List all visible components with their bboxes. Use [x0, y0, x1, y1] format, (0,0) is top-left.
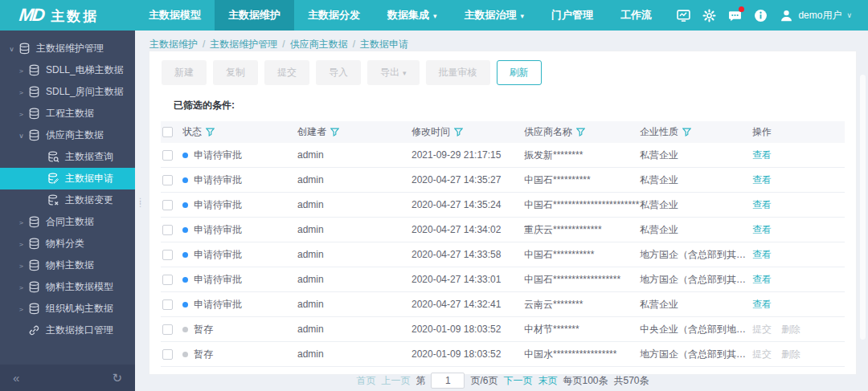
- view-action-link[interactable]: 查看: [752, 298, 772, 312]
- prev-page-link[interactable]: 上一页: [381, 374, 410, 388]
- view-action-link[interactable]: 查看: [752, 198, 772, 212]
- export-button[interactable]: 导出▾: [367, 60, 420, 85]
- scrollbar[interactable]: [860, 75, 866, 340]
- submit-action-link[interactable]: 提交: [752, 348, 772, 361]
- chevron-right-icon[interactable]: >: [16, 240, 27, 247]
- breadcrumb-item[interactable]: 主数据维护管理: [210, 39, 277, 50]
- refresh-tree-icon[interactable]: ↻: [112, 371, 122, 385]
- chevron-right-icon[interactable]: >: [16, 262, 27, 269]
- enterprise-type-cell: 私营企业: [640, 198, 752, 212]
- nav-item-maintenance[interactable]: 主数据维护: [215, 0, 294, 31]
- enterprise-type-cell: 私营企业: [640, 298, 752, 312]
- sidebar-item-md-apply[interactable]: 主数据申请: [0, 168, 135, 189]
- filter-icon[interactable]: [682, 128, 691, 136]
- sidebar-item-label: 主数据查询: [65, 150, 113, 164]
- logo-title: 主数据: [51, 7, 99, 26]
- sidebar-item-engineering[interactable]: >工程主数据: [0, 103, 135, 124]
- view-action-link[interactable]: 查看: [752, 223, 772, 237]
- submit-button[interactable]: 提交: [264, 60, 309, 85]
- new-button[interactable]: 新建: [162, 60, 207, 85]
- last-page-link[interactable]: 末页: [538, 374, 557, 388]
- breadcrumb-item[interactable]: 主数据维护: [149, 39, 198, 50]
- filter-icon[interactable]: [330, 128, 339, 136]
- sidebar-item-organization[interactable]: >组织机构主数据: [0, 298, 135, 320]
- sidebar-item-sdll-room[interactable]: >SDLL_房间主数据: [0, 81, 135, 103]
- nav-item-portal[interactable]: 门户管理: [538, 0, 607, 31]
- row-checkbox[interactable]: [162, 175, 173, 185]
- refresh-button[interactable]: 刷新: [497, 60, 542, 85]
- status-dot: [182, 227, 188, 233]
- actions-cell: 提交删除: [752, 323, 845, 336]
- filter-icon[interactable]: [454, 128, 463, 136]
- column-enterprise-type: 企业性质: [640, 125, 752, 139]
- view-action-link[interactable]: 查看: [752, 173, 772, 187]
- view-action-link[interactable]: 查看: [752, 248, 772, 262]
- info-icon[interactable]: [754, 9, 768, 22]
- status-cell: 申请待审批: [182, 298, 297, 312]
- nav-item-integration[interactable]: 数据集成▾: [374, 0, 451, 31]
- sidebar-item-material[interactable]: >物料主数据: [0, 255, 135, 276]
- chevron-right-icon[interactable]: >: [16, 218, 27, 226]
- message-icon[interactable]: [728, 9, 742, 22]
- filter-icon[interactable]: [576, 128, 585, 136]
- row-checkbox[interactable]: [162, 225, 173, 235]
- breadcrumb-item[interactable]: 供应商主数据: [290, 39, 348, 50]
- row-checkbox[interactable]: [162, 324, 173, 335]
- chevron-right-icon[interactable]: >: [16, 110, 27, 117]
- nav-item-model[interactable]: 主数据模型: [135, 0, 215, 31]
- gear-icon[interactable]: [702, 9, 716, 22]
- supplier-name-cell: 中国水*****************: [524, 348, 640, 361]
- sidebar-item-interface-mgmt[interactable]: 主数据接口管理: [0, 320, 135, 341]
- actions-cell: 查看: [752, 149, 845, 162]
- row-checkbox[interactable]: [162, 275, 173, 285]
- nav-item-governance[interactable]: 主数据治理▾: [451, 0, 538, 31]
- status-cell: 暂存: [182, 348, 297, 361]
- page-number-input[interactable]: [431, 373, 465, 389]
- delete-action-link[interactable]: 删除: [781, 323, 800, 336]
- next-page-link[interactable]: 下一页: [503, 374, 532, 388]
- copy-button[interactable]: 复制: [213, 60, 258, 85]
- chevron-right-icon[interactable]: >: [16, 67, 27, 74]
- view-action-link[interactable]: 查看: [752, 149, 772, 162]
- sidebar-item-contract[interactable]: >合同主数据: [0, 211, 135, 233]
- batch-audit-button[interactable]: 批量审核: [426, 60, 490, 85]
- status-text: 申请待审批: [194, 273, 242, 287]
- chevron-right-icon[interactable]: >: [16, 305, 27, 312]
- nav-item-distribution[interactable]: 主数据分发: [294, 0, 374, 31]
- filter-icon[interactable]: [206, 128, 215, 136]
- sidebar-item-maintenance-mgmt[interactable]: ∨主数据维护管理: [0, 38, 135, 59]
- delete-action-link[interactable]: 删除: [781, 348, 800, 361]
- nav-item-workflow[interactable]: 工作流: [607, 0, 665, 31]
- view-action-link[interactable]: 查看: [752, 273, 772, 287]
- row-checkbox[interactable]: [162, 349, 173, 360]
- chevron-right-icon[interactable]: >: [16, 283, 27, 291]
- row-checkbox[interactable]: [162, 250, 173, 260]
- sidebar-item-material-model[interactable]: >物料主数据模型: [0, 276, 135, 298]
- chevron-down-icon[interactable]: ∨: [16, 132, 27, 139]
- chevron-right-icon[interactable]: >: [16, 88, 27, 96]
- chevron-down-icon[interactable]: ∨: [6, 45, 17, 52]
- sidebar-item-label: SDLL_电梯主数据: [46, 63, 124, 77]
- status-cell: 申请待审批: [182, 198, 297, 212]
- sidebar-item-sdll-elevator[interactable]: >SDLL_电梯主数据: [0, 59, 135, 81]
- sidebar-item-material-category[interactable]: >物料分类: [0, 233, 135, 255]
- collapse-sidebar-icon[interactable]: «: [13, 371, 19, 385]
- status-cell: 申请待审批: [182, 149, 297, 162]
- submit-action-link[interactable]: 提交: [752, 323, 772, 336]
- row-checkbox[interactable]: [162, 299, 173, 310]
- sidebar-item-supplier[interactable]: ∨供应商主数据: [0, 124, 135, 146]
- import-button[interactable]: 导入: [316, 60, 361, 85]
- row-checkbox[interactable]: [162, 200, 173, 210]
- select-all-checkbox[interactable]: [162, 127, 173, 137]
- status-text: 申请待审批: [194, 198, 242, 212]
- sidebar-item-md-query[interactable]: 主数据查询: [0, 146, 135, 168]
- page-prefix-label: 第: [416, 374, 425, 388]
- first-page-link[interactable]: 首页: [356, 374, 375, 388]
- user-menu[interactable]: demo用户 ∨: [780, 9, 852, 22]
- supplier-name-cell: 中国石************************: [524, 198, 640, 212]
- monitor-icon[interactable]: [677, 9, 690, 22]
- column-label: 状态: [182, 125, 202, 139]
- column-actions: 操作: [752, 125, 845, 139]
- row-checkbox[interactable]: [162, 150, 173, 161]
- sidebar-item-md-change[interactable]: 主数据变更: [0, 189, 135, 211]
